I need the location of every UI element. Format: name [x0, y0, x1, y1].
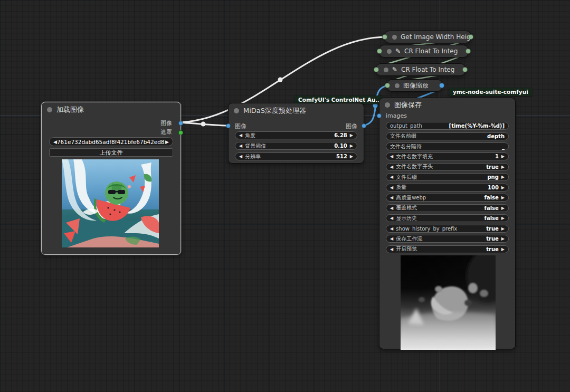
combo-left-arrow-icon[interactable]: ◀	[53, 139, 57, 145]
combo-right-arrow-icon[interactable]: ▶	[165, 139, 169, 145]
widget-文件名前缀[interactable]: 文件名前缀depth	[386, 132, 509, 140]
output-slot[interactable]	[439, 83, 444, 88]
input-slot[interactable]	[385, 83, 390, 88]
widget-value: true	[486, 164, 499, 170]
increment-arrow-icon[interactable]: ▶	[501, 247, 505, 252]
widget-高质量webp[interactable]: ◀高质量webpfalse▶	[386, 194, 509, 202]
input-slot-image[interactable]	[226, 123, 231, 128]
output-slot-mask[interactable]	[178, 130, 183, 135]
widget-label: 保存工作流	[396, 235, 483, 243]
decrement-arrow-icon[interactable]: ◀	[390, 216, 393, 221]
collapse-circle-icon[interactable]	[392, 35, 397, 40]
widget-文件名分隔符[interactable]: 文件名分隔符_	[386, 142, 509, 150]
increment-arrow-icon[interactable]: ▶	[501, 175, 505, 179]
input-slot[interactable]	[377, 49, 382, 54]
decrement-arrow-icon[interactable]: ◀	[390, 247, 393, 252]
collapse-circle-icon[interactable]	[387, 49, 392, 54]
increment-arrow-icon[interactable]: ▶	[501, 226, 505, 231]
widget-label: 开启预览	[396, 245, 483, 253]
filename-combo[interactable]: ◀ 761e732dabd65adf8f421bfe67b42ed8.JPG ▶	[49, 137, 173, 146]
node-image-save[interactable]: 图像保存 images output_path[time(%Y-%m-%d)]文…	[379, 98, 516, 349]
widget-文件后缀[interactable]: ◀文件后缀png▶	[386, 173, 509, 181]
output-slot-image[interactable]	[362, 123, 366, 128]
widget-覆盖模式[interactable]: ◀覆盖模式false▶	[386, 204, 509, 212]
widget-value: 6.28	[334, 132, 347, 138]
decrement-arrow-icon[interactable]: ◀	[390, 175, 393, 179]
decrement-arrow-icon[interactable]: ◀	[239, 154, 242, 159]
increment-arrow-icon[interactable]: ▶	[501, 185, 505, 190]
node-cr-float-to-integer-1[interactable]: ✎ CR Float To Integ	[379, 45, 469, 58]
widget-value: false	[484, 195, 499, 200]
decrement-arrow-icon[interactable]: ◀	[390, 154, 393, 159]
link-midpoint-dot[interactable]	[278, 78, 283, 82]
widget-label: 文件后缀	[396, 174, 484, 181]
output-slot-image[interactable]	[178, 121, 183, 126]
node-cr-float-to-integer-2[interactable]: ✎ CR Float To Integ	[376, 63, 466, 76]
node-source-badge: ymc-node-suite-comfyui	[449, 88, 532, 96]
widget-label: 质量	[396, 184, 485, 191]
input-slot[interactable]	[374, 67, 379, 72]
widget-label: 高质量webp	[396, 194, 481, 202]
collapse-circle-icon[interactable]	[385, 102, 390, 108]
increment-arrow-icon[interactable]: ▶	[501, 195, 505, 200]
input-slot[interactable]	[382, 34, 387, 40]
output-slot[interactable]	[466, 49, 471, 54]
widget-开启预览[interactable]: ◀开启预览true▶	[386, 245, 509, 253]
decrement-arrow-icon[interactable]: ◀	[239, 133, 242, 138]
node-image-save-titlebar[interactable]: 图像保存	[379, 98, 515, 112]
widget-背景阈值[interactable]: ◀背景阈值0.10▶	[235, 142, 357, 150]
decrement-arrow-icon[interactable]: ◀	[390, 206, 393, 211]
output-slot[interactable]	[468, 34, 473, 40]
widget-分辨率[interactable]: ◀分辨率512▶	[235, 152, 357, 160]
node-midas-depth[interactable]: MiDaS深度预处理器 图像 图像 ◀角度6.28▶◀背景阈值0.10▶◀分辨率…	[228, 103, 364, 164]
widget-label: show_history_by_prefix	[396, 226, 483, 232]
input-slot-images[interactable]	[377, 113, 382, 118]
widget-value: depth	[487, 133, 505, 139]
node-load-image-titlebar[interactable]: 加载图像	[42, 102, 180, 117]
widget-value: png	[487, 174, 498, 180]
node-get-image-width-height[interactable]: Get Image Width Heig	[384, 31, 471, 43]
widget-文件名数字开头[interactable]: ◀文件名数字开头true▶	[386, 163, 509, 171]
collapse-circle-icon[interactable]	[395, 83, 400, 88]
widget-label: 分辨率	[245, 153, 334, 160]
widget-value: 512	[336, 154, 347, 159]
decrement-arrow-icon[interactable]: ◀	[239, 144, 242, 148]
widget-质量[interactable]: ◀质量100▶	[386, 184, 509, 192]
node-image-scale[interactable]: 图像缩放	[387, 79, 442, 92]
decrement-arrow-icon[interactable]: ◀	[390, 236, 393, 241]
upload-file-button[interactable]: 上传文件	[49, 148, 173, 157]
widget-label: output_path	[390, 123, 446, 129]
input-label-image: 图像	[235, 122, 246, 130]
widget-角度[interactable]: ◀角度6.28▶	[235, 131, 357, 139]
increment-arrow-icon[interactable]: ▶	[350, 144, 353, 148]
node-load-image[interactable]: 加载图像 图像 遮罩 ◀ 761e732dabd65adf8f421bfe67b…	[41, 102, 181, 255]
increment-arrow-icon[interactable]: ▶	[501, 206, 505, 211]
increment-arrow-icon[interactable]: ▶	[501, 236, 505, 241]
widget-文件名数字填充[interactable]: ◀文件名数字填充1▶	[386, 152, 509, 160]
collapse-circle-icon[interactable]	[234, 108, 239, 113]
increment-arrow-icon[interactable]: ▶	[501, 216, 505, 221]
decrement-arrow-icon[interactable]: ◀	[390, 165, 393, 169]
widget-output_path[interactable]: output_path[time(%Y-%m-%d)]	[386, 122, 509, 130]
widget-显示历史[interactable]: ◀显示历史false▶	[386, 214, 509, 222]
decrement-arrow-icon[interactable]: ◀	[390, 185, 393, 190]
widget-保存工作流[interactable]: ◀保存工作流true▶	[386, 235, 509, 243]
widget-value: [time(%Y-%m-%d)]	[449, 123, 505, 129]
decrement-arrow-icon[interactable]: ◀	[390, 195, 393, 200]
collapse-circle-icon[interactable]	[384, 68, 388, 72]
widget-label: 文件名数字填充	[396, 153, 492, 160]
decrement-arrow-icon[interactable]: ◀	[390, 226, 393, 231]
output-slot[interactable]	[462, 67, 468, 72]
graph-canvas[interactable]: 加载图像 图像 遮罩 ◀ 761e732dabd65adf8f421bfe67b…	[0, 0, 570, 392]
collapse-circle-icon[interactable]	[47, 107, 52, 112]
increment-arrow-icon[interactable]: ▶	[501, 165, 505, 169]
widget-value: 100	[488, 185, 499, 190]
widget-show_history_by_prefix[interactable]: ◀show_history_by_prefixtrue▶	[386, 225, 509, 233]
increment-arrow-icon[interactable]: ▶	[350, 154, 353, 159]
node-midas-titlebar[interactable]: MiDaS深度预处理器	[229, 103, 364, 118]
increment-arrow-icon[interactable]: ▶	[501, 154, 505, 159]
link-midpoint-dot[interactable]	[201, 122, 206, 127]
widget-value: false	[484, 205, 499, 211]
increment-arrow-icon[interactable]: ▶	[350, 133, 353, 138]
widget-label: 文件名分隔符	[390, 143, 499, 150]
